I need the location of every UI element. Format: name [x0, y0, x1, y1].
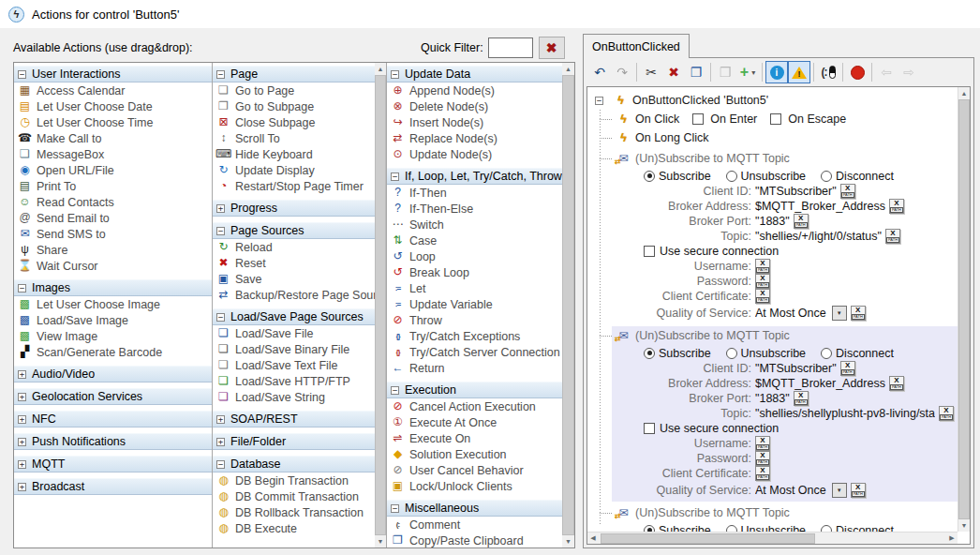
xpath-button[interactable]: XPATH — [755, 451, 770, 466]
field-value[interactable]: $MQTT_Broker_AddressXPATH — [755, 199, 904, 214]
action-title-row[interactable]: ✉⇄(Un)Subscribe to MQTT Topic — [612, 326, 958, 345]
scroll-thumb[interactable] — [375, 75, 386, 535]
action-item[interactable]: ▣Save — [213, 271, 375, 287]
action-item[interactable]: ⊙Update Node(s) — [387, 146, 562, 162]
radio-unsubscribe[interactable] — [726, 525, 737, 532]
collapse-icon[interactable]: − — [216, 313, 225, 322]
field-value[interactable]: "MTSubscriber"XPATH — [755, 361, 855, 376]
radio-disconnect[interactable] — [821, 525, 832, 532]
mqtt-action-block[interactable]: ✉⇄(Un)Subscribe to MQTT TopicSubscribeUn… — [612, 326, 958, 502]
action-item[interactable]: ☺Read Contacts — [14, 194, 212, 210]
action-item[interactable]: ?If-Then — [387, 185, 562, 201]
info-icon[interactable]: i — [765, 61, 788, 83]
expand-icon[interactable]: + — [18, 460, 26, 469]
dropdown-icon[interactable]: ▼ — [832, 483, 847, 498]
field-value[interactable]: "MTSubscriber"XPATH — [755, 184, 855, 199]
action-item[interactable]: (:Comment — [387, 517, 562, 532]
action-item[interactable]: ⊘Throw — [387, 312, 562, 328]
action-item[interactable]: ▣Lock/Unlock Clients — [387, 478, 562, 494]
xpath-button[interactable]: XPATH — [885, 229, 900, 244]
scroll-up-icon[interactable]: ▲ — [562, 63, 574, 75]
action-item[interactable]: ↪Insert Node(s) — [387, 114, 562, 130]
scroll-down-icon[interactable]: ▼ — [562, 535, 574, 548]
xpath-button[interactable]: XPATH — [889, 199, 904, 214]
expand-icon[interactable]: + — [18, 438, 26, 446]
action-item[interactable]: {}Try/Catch Server Connection — [387, 344, 562, 360]
action-item[interactable]: ⊘User Cancel Behavior — [387, 462, 562, 478]
radio-subscribe[interactable] — [644, 525, 655, 532]
xpath-button[interactable]: XPATH — [851, 483, 866, 498]
section-header[interactable]: −Page Sources — [213, 222, 375, 239]
add-action-icon[interactable]: +▾ — [736, 61, 759, 83]
action-item[interactable]: ↺Loop — [387, 248, 562, 264]
section-header[interactable]: −Images — [14, 279, 212, 296]
xpath-button[interactable]: XPATH — [755, 466, 770, 481]
collapse-icon[interactable]: − — [216, 70, 225, 79]
scroll-up-icon[interactable]: ▲ — [375, 63, 386, 75]
xpath-button[interactable]: XPATH — [755, 259, 770, 274]
tree-vertical-scrollbar[interactable]: ▲ ▼ — [958, 87, 970, 532]
action-item[interactable]: ⋯Switch — [387, 217, 562, 232]
section-header[interactable]: +Progress — [213, 200, 375, 217]
action-item[interactable]: ◍DB Rollback Transaction — [213, 504, 375, 520]
section-header[interactable]: +Push Notifications — [14, 433, 212, 450]
back-icon[interactable]: ⇦ — [875, 61, 898, 83]
scroll-down-icon[interactable]: ▼ — [375, 535, 386, 548]
field-value[interactable]: "1883"XPATH — [755, 391, 809, 406]
action-item[interactable]: ↻Update Display — [213, 162, 375, 178]
action-item[interactable]: ①Execute At Once — [387, 414, 562, 430]
action-item[interactable]: ◔Restart/Stop Page Timer — [213, 178, 375, 194]
dropdown-icon[interactable]: ▼ — [832, 306, 847, 321]
collapse-icon[interactable]: − — [18, 70, 26, 79]
column-scrollbar[interactable]: ▲▼ — [375, 63, 386, 548]
comment-toggle-icon[interactable]: (: — [817, 61, 839, 83]
column-scrollbar[interactable]: ▲▼ — [562, 63, 574, 548]
action-item[interactable]: ⊗Delete Node(s) — [387, 98, 562, 114]
mqtt-action-block[interactable]: ✉⇄(Un)Subscribe to MQTT TopicSubscribeUn… — [612, 503, 958, 532]
action-item[interactable]: ❏Go to Page — [213, 82, 375, 98]
expand-icon[interactable]: + — [18, 483, 26, 491]
field-value[interactable]: "1883"XPATH — [755, 214, 809, 229]
action-item[interactable]: ▤Let User Choose Date — [14, 98, 212, 114]
field-value[interactable]: XPATH — [755, 451, 770, 466]
xpath-button[interactable]: XPATH — [794, 391, 809, 406]
paste-icon[interactable]: ❒ — [714, 61, 736, 83]
action-item[interactable]: ▩Load/Save Image — [14, 312, 212, 328]
collapse-icon[interactable]: − — [391, 172, 399, 181]
action-item[interactable]: ⇄Backup/Restore Page Sources — [213, 287, 375, 303]
action-item[interactable]: ❏MessageBox — [14, 146, 212, 162]
checkbox[interactable] — [770, 113, 781, 125]
section-header[interactable]: −Execution — [387, 382, 562, 398]
scroll-left-icon[interactable]: ◀ — [587, 532, 599, 545]
action-item[interactable]: ⇌Execute On — [387, 430, 562, 446]
delete-icon[interactable]: ✖ — [662, 61, 685, 83]
field-value[interactable]: XPATH — [755, 466, 770, 481]
action-item[interactable]: ⌨Hide Keyboard — [213, 146, 375, 162]
scroll-down-icon[interactable]: ▼ — [958, 519, 970, 532]
section-header[interactable]: −Update Data — [387, 66, 562, 82]
action-item[interactable]: ◉Open URL/File — [14, 162, 212, 178]
action-item[interactable]: ⊠Close Subpage — [213, 114, 375, 130]
field-value[interactable]: XPATH — [755, 274, 770, 289]
scroll-up-icon[interactable]: ▲ — [958, 87, 970, 99]
field-value[interactable]: At Most Once▼XPATH — [755, 306, 866, 321]
action-item[interactable]: ⇅Case — [387, 232, 562, 248]
xpath-button[interactable]: XPATH — [939, 406, 954, 421]
action-item[interactable]: {}Try/Catch Exceptions — [387, 328, 562, 344]
expand-icon[interactable]: + — [216, 204, 225, 213]
collapse-icon[interactable]: − — [391, 504, 399, 513]
action-item[interactable]: ▤Print To — [14, 178, 212, 194]
action-item[interactable]: ▞Scan/Generate Barcode — [14, 344, 212, 360]
action-item[interactable]: @Send Email to — [14, 210, 212, 226]
xpath-button[interactable]: XPATH — [755, 436, 770, 451]
section-header[interactable]: +Geolocation Services — [14, 388, 212, 405]
action-item[interactable]: ◍DB Commit Transaction — [213, 488, 375, 504]
action-item[interactable]: ◍DB Begin Transaction — [213, 472, 375, 488]
clear-filter-button[interactable]: ✖ — [539, 37, 565, 59]
record-icon[interactable] — [846, 61, 869, 83]
cut-icon[interactable]: ✂ — [640, 61, 662, 83]
section-header[interactable]: −Load/Save Page Sources — [213, 308, 375, 325]
section-header[interactable]: −User Interactions — [14, 66, 212, 82]
xpath-button[interactable]: XPATH — [755, 289, 770, 304]
warnings-icon[interactable]: ! — [788, 61, 810, 83]
